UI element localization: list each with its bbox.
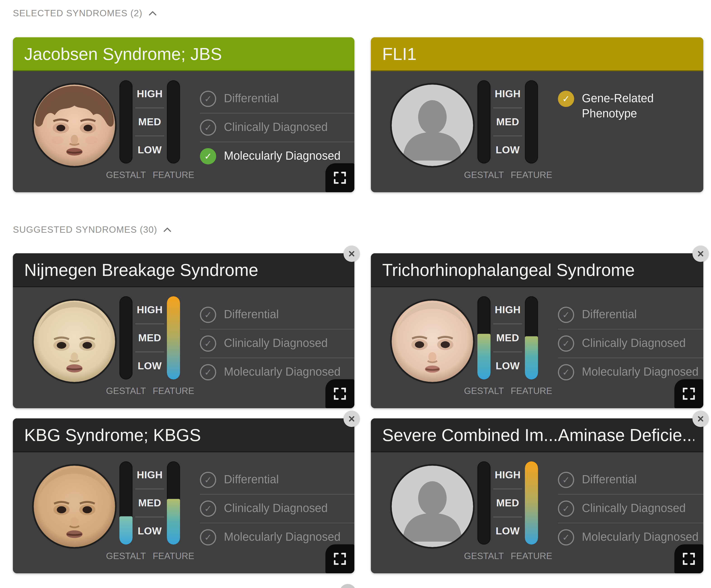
close-icon[interactable]	[344, 411, 360, 427]
status-clinically-diagnosed[interactable]: ✓ Clinically Diagnosed	[200, 495, 354, 523]
status-differential[interactable]: ✓ Differential	[200, 301, 354, 329]
syndrome-card-kbg[interactable]: KBG Syndrome; KBGS	[13, 418, 354, 573]
gauge-levels: HIGH MED LOW	[493, 80, 522, 164]
feature-bar	[525, 296, 538, 379]
score-gauges: GESTALT HIGH MED LOW FEATURE	[120, 296, 180, 379]
score-gauges: GESTALT HIGH MED LOW FEATURE	[120, 461, 180, 545]
status-clinically-diagnosed[interactable]: ✓ Clinically Diagnosed	[200, 329, 354, 357]
close-icon[interactable]	[344, 246, 360, 262]
expand-icon[interactable]	[325, 163, 354, 192]
check-circle-icon: ✓	[200, 472, 216, 488]
gestalt-bar	[477, 80, 491, 164]
expand-icon[interactable]	[325, 379, 354, 408]
card-body: GESTALT HIGH MED LOW FEATURE	[371, 287, 703, 408]
close-icon[interactable]	[692, 246, 709, 262]
check-circle-icon: ✓	[558, 307, 574, 323]
card-title: Trichorhinophalangeal Syndrome	[382, 260, 635, 280]
check-circle-icon: ✓	[200, 307, 216, 323]
level-med: MED	[135, 324, 164, 351]
feature-bar	[525, 80, 538, 164]
suggested-cards-grid: Nijmegen Breakage Syndrome	[13, 253, 711, 573]
feature-bar	[167, 461, 180, 545]
gauge-levels: HIGH MED LOW	[493, 461, 522, 545]
level-high: HIGH	[493, 80, 522, 107]
card-body: GESTALT HIGH MED LOW FEATURE	[371, 71, 703, 192]
status-clinically-diagnosed[interactable]: ✓ Clinically Diagnosed	[558, 495, 703, 523]
close-icon[interactable]	[692, 411, 709, 427]
level-low: LOW	[493, 136, 522, 164]
syndrome-card-trichorhinophalangeal[interactable]: Trichorhinophalangeal Syndrome	[371, 253, 703, 408]
feature-label: FEATURE	[511, 386, 552, 396]
expand-icon[interactable]	[325, 544, 354, 573]
status-differential[interactable]: ✓ Differential	[558, 466, 703, 494]
feature-label: FEATURE	[153, 170, 194, 180]
gauge-levels: HIGH MED LOW	[135, 296, 164, 379]
card-header: Nijmegen Breakage Syndrome	[13, 253, 354, 287]
status-gene-related-phenotype[interactable]: ✓ Gene-Related Phenotype	[558, 85, 703, 127]
gauge-levels: HIGH MED LOW	[493, 296, 522, 379]
status-clinically-diagnosed[interactable]: ✓ Clinically Diagnosed	[200, 113, 354, 141]
card-header: KBG Syndrome; KBGS	[13, 418, 354, 452]
gestalt-label: GESTALT	[464, 170, 504, 180]
status-differential[interactable]: ✓ Differential	[200, 85, 354, 113]
level-high: HIGH	[135, 296, 164, 323]
level-low: LOW	[135, 518, 164, 545]
gestalt-label: GESTALT	[464, 551, 504, 561]
section-header-selected[interactable]: SELECTED SYNDROMES (2)	[13, 6, 156, 20]
status-list: ✓ Differential ✓ Clinically Diagnosed ✓ …	[200, 301, 354, 386]
check-circle-icon: ✓	[558, 529, 574, 545]
check-circle-icon: ✓	[200, 364, 216, 380]
section-header-suggested[interactable]: SUGGESTED SYNDROMES (30)	[13, 223, 171, 236]
status-clinically-diagnosed[interactable]: ✓ Clinically Diagnosed	[558, 329, 703, 357]
check-circle-icon-gold: ✓	[558, 91, 574, 107]
syndrome-card-nijmegen[interactable]: Nijmegen Breakage Syndrome	[13, 253, 354, 408]
check-circle-icon: ✓	[558, 500, 574, 517]
level-high: HIGH	[493, 461, 522, 488]
status-differential[interactable]: ✓ Differential	[200, 466, 354, 494]
level-med: MED	[493, 108, 522, 135]
check-circle-icon: ✓	[558, 364, 574, 380]
gestalt-bar	[477, 461, 491, 545]
expand-icon[interactable]	[674, 544, 703, 573]
status-list: ✓ Differential ✓ Clinically Diagnosed ✓ …	[200, 85, 354, 170]
card-title: Nijmegen Breakage Syndrome	[24, 260, 258, 280]
check-circle-icon: ✓	[558, 335, 574, 352]
status-list: ✓ Differential ✓ Clinically Diagnosed ✓ …	[200, 466, 354, 551]
check-circle-icon: ✓	[200, 335, 216, 352]
feature-bar	[525, 461, 538, 545]
status-differential[interactable]: ✓ Differential	[558, 301, 703, 329]
gestalt-bar	[477, 296, 491, 379]
level-high: HIGH	[493, 296, 522, 323]
syndrome-face-photo	[390, 299, 475, 384]
card-body: GESTALT HIGH MED LOW FEATURE	[13, 71, 354, 192]
score-gauges: GESTALT HIGH MED LOW FEATURE	[477, 296, 538, 379]
card-header: FLI1	[371, 37, 703, 71]
feature-bar	[167, 296, 180, 379]
gestalt-label: GESTALT	[106, 170, 146, 180]
card-header: Severe Combined Im...Aminase Deficie...	[371, 418, 703, 452]
check-circle-icon: ✓	[200, 91, 216, 107]
syndrome-card-severe-combined[interactable]: Severe Combined Im...Aminase Deficie...	[371, 418, 703, 573]
level-low: LOW	[135, 136, 164, 164]
score-gauges: GESTALT HIGH MED LOW FEATURE	[477, 461, 538, 545]
level-low: LOW	[493, 352, 522, 379]
syndrome-card-jacobsen[interactable]: Jacobsen Syndrome; JBS	[13, 37, 354, 192]
section-label-suggested: SUGGESTED SYNDROMES (30)	[13, 224, 157, 235]
feature-bar	[167, 80, 180, 164]
card-body: GESTALT HIGH MED LOW FEATURE	[13, 287, 354, 408]
syndrome-face-photo	[32, 464, 117, 549]
card-title: Jacobsen Syndrome; JBS	[24, 44, 222, 64]
avatar-placeholder-icon	[390, 83, 475, 168]
feature-label: FEATURE	[511, 551, 552, 561]
card-body: GESTALT HIGH MED LOW FEATURE	[13, 452, 354, 573]
feature-label: FEATURE	[153, 551, 194, 561]
feature-label: FEATURE	[153, 386, 194, 396]
card-header: Trichorhinophalangeal Syndrome	[371, 253, 703, 287]
gauge-levels: HIGH MED LOW	[135, 461, 164, 545]
gene-card-fli1[interactable]: FLI1 GESTALT	[371, 37, 703, 192]
gestalt-bar	[120, 296, 132, 379]
card-title: FLI1	[382, 44, 416, 64]
level-med: MED	[493, 489, 522, 517]
next-card-close-button-peek	[340, 584, 356, 588]
expand-icon[interactable]	[674, 379, 703, 408]
